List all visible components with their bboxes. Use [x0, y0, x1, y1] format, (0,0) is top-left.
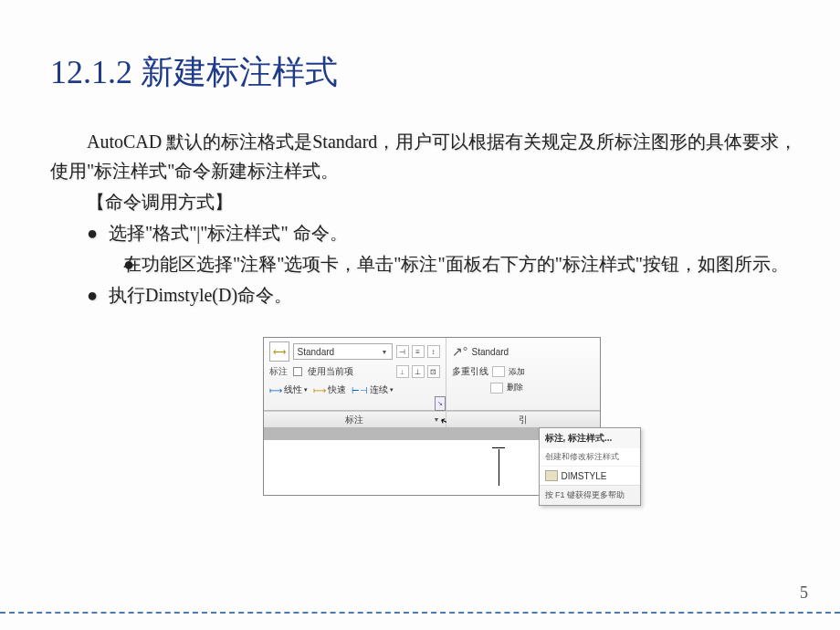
continuous-label: 连续	[370, 383, 388, 396]
ribbon-row: ⟷ Standard ▼ ⊣ ≡ ↕ 标注	[264, 338, 600, 411]
body-text: AutoCAD 默认的标注格式是Standard，用户可以根据有关规定及所标注图…	[50, 127, 813, 310]
dim-tool-icons-2: ⟂ ⊥ ⊡	[396, 365, 440, 378]
dim-tool-1-icon[interactable]: ⊣	[396, 345, 409, 358]
quick-dim-button[interactable]: ⟼ 快速	[313, 383, 346, 396]
bullet-dot: ●	[87, 249, 123, 278]
use-current-checkbox[interactable]	[293, 367, 302, 376]
bullet-1: ●选择"格式"|"标注样式" 命令。	[50, 218, 813, 247]
bullet-2: ●在功能区选择"注释"选项卡，单击"标注"面板右下方的"标注样式"按钮，如图所示…	[50, 249, 813, 278]
dimension-icon[interactable]: ⟷	[269, 341, 289, 362]
mlead-add-label: 添加	[509, 366, 525, 378]
command-invoke-heading: 【命令调用方式】	[50, 187, 813, 216]
crosshair-v	[499, 449, 499, 486]
mlead-del-label: 删除	[507, 382, 523, 394]
dimstyle-cmd-icon	[545, 470, 558, 481]
tooltip-subtitle: 创建和修改标注样式	[540, 448, 640, 466]
mlead-row-3: 删除	[452, 382, 594, 394]
mlead-footer-label: 引	[519, 414, 528, 426]
linear-dim-button[interactable]: ⟼ 线性 ▾	[269, 383, 308, 396]
bullet-dot: ●	[87, 280, 109, 310]
linear-label: 线性	[284, 383, 302, 396]
dimension-panel: ⟷ Standard ▼ ⊣ ≡ ↕ 标注	[264, 338, 446, 410]
tooltip-command-row: DIMSTYLE	[540, 466, 640, 485]
dim-footer-label: 标注	[345, 414, 363, 426]
slide: 12.1.2 新建标注样式 AutoCAD 默认的标注格式是Standard，用…	[0, 0, 840, 630]
bullet-3: ●执行Dimstyle(D)命令。	[50, 280, 813, 310]
chevron-down-icon: ▼	[382, 349, 388, 355]
mlead-panel-footer[interactable]: 引	[446, 411, 600, 427]
multileader-label: 多重引线	[452, 365, 488, 378]
dim-style-launcher-button[interactable]: ↘	[435, 396, 446, 411]
screenshot-container: ⟷ Standard ▼ ⊣ ≡ ↕ 标注	[50, 337, 813, 496]
bullet-3-text: 执行Dimstyle(D)命令。	[109, 285, 292, 305]
mlead-row-1: ↗° Standard	[452, 341, 594, 362]
use-current-label: 使用当前项	[308, 365, 353, 378]
tooltip-command: DIMSTYLE	[562, 471, 607, 481]
bullet-2-text: 在功能区选择"注释"选项卡，单击"标注"面板右下方的"标注样式"按钮，如图所示。	[123, 254, 789, 274]
dimstyle-tooltip: 标注, 标注样式... 创建和修改标注样式 DIMSTYLE 按 F1 键获得更…	[539, 427, 641, 506]
dim-style-row: ⟷ Standard ▼ ⊣ ≡ ↕	[269, 341, 440, 362]
dim-style-combo[interactable]: Standard ▼	[293, 343, 393, 360]
autocad-ribbon-screenshot: ⟷ Standard ▼ ⊣ ≡ ↕ 标注	[263, 337, 601, 496]
dim-tool-2-icon[interactable]: ≡	[412, 345, 425, 358]
crosshair-h	[492, 447, 505, 448]
paragraph-intro: AutoCAD 默认的标注格式是Standard，用户可以根据有关规定及所标注图…	[50, 127, 813, 185]
bullet-1-text: 选择"格式"|"标注样式" 命令。	[109, 223, 348, 243]
tooltip-title: 标注, 标注样式...	[540, 428, 640, 448]
bullet-dot: ●	[87, 218, 109, 247]
mlead-row-2: 多重引线 添加	[452, 365, 594, 378]
mlead-style-value: Standard	[472, 347, 509, 357]
panel-footers: 标注 ▼ ↘ ↖ 引	[264, 411, 600, 427]
dim-tool-4-icon[interactable]: ⟂	[396, 365, 409, 378]
continuous-dim-button[interactable]: ⊢⊣ 连续 ▾	[352, 383, 394, 396]
dim-tool-6-icon[interactable]: ⊡	[427, 365, 440, 378]
dim-tool-icons: ⊣ ≡ ↕	[396, 345, 440, 358]
section-title: 12.1.2 新建标注样式	[50, 50, 813, 95]
biaozhu-label: 标注	[269, 365, 288, 378]
dim-tool-3-icon[interactable]: ↕	[427, 345, 440, 358]
mlead-add-icon[interactable]	[492, 366, 505, 377]
tooltip-help: 按 F1 键获得更多帮助	[540, 485, 640, 505]
dim-row-2: 标注 使用当前项 ⟂ ⊥ ⊡	[269, 365, 440, 378]
page-number: 5	[800, 583, 808, 603]
multileader-icon[interactable]: ↗°	[452, 341, 468, 362]
dim-tool-5-icon[interactable]: ⊥	[412, 365, 425, 378]
dim-row-3: ⟼ 线性 ▾ ⟼ 快速 ⊢⊣ 连续 ▾	[269, 383, 440, 396]
bottom-divider	[0, 612, 840, 614]
mlead-del-icon[interactable]	[490, 383, 503, 394]
quick-label: 快速	[328, 383, 346, 396]
dim-panel-footer[interactable]: 标注 ▼ ↘ ↖	[264, 411, 446, 427]
multileader-panel: ↗° Standard 多重引线 添加 删除	[446, 338, 600, 410]
dim-style-value: Standard	[298, 347, 335, 357]
